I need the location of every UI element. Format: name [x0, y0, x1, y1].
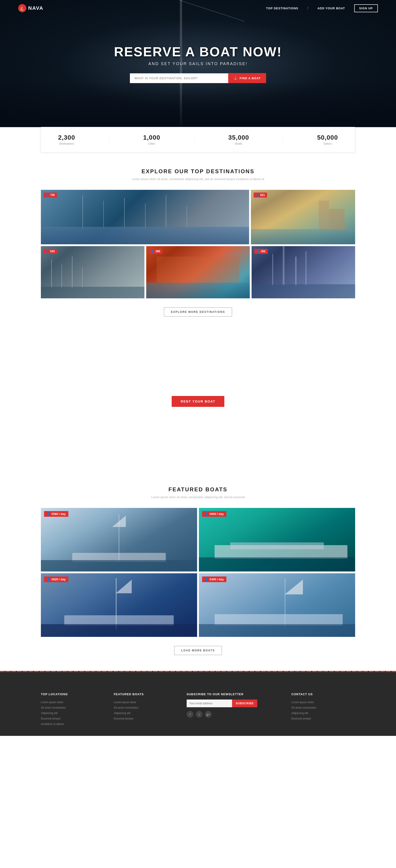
footer-loc-4[interactable]: Eiusmod tempor: [41, 716, 105, 721]
social-facebook-icon[interactable]: f: [187, 711, 193, 718]
boat-item-2[interactable]: 👤 €950 / day: [199, 508, 355, 571]
stat-sailors: 50,000 Sailors: [317, 134, 338, 145]
footer-newsletter-form: SUBSCRIBE: [187, 700, 282, 707]
stat-label-sailors: Sailors: [317, 142, 338, 145]
boat-item-4[interactable]: 👤 €400 / day: [199, 573, 355, 637]
destination-item-2[interactable]: 👤 621: [251, 190, 355, 244]
footer-contact-1: Lorem ipsum dolor: [291, 700, 355, 705]
boat-price-2: €950 / day: [210, 512, 224, 516]
stat-number-sailors: 50,000: [317, 134, 338, 141]
stat-divider-3: [283, 135, 283, 144]
explore-header: EXPLORE OUR TOP DESTINATIONS Lorem ipsum…: [41, 168, 355, 181]
footer-top-locations-title: TOP LOCATIONS: [41, 692, 105, 696]
footer-contact-2: Sit amet consectetur: [291, 705, 355, 710]
footer-boat-4[interactable]: Eiusmod tempor: [114, 716, 178, 721]
destination-item-3[interactable]: 👤 543: [41, 246, 144, 298]
boat-people-icon-1: 👤: [47, 512, 51, 516]
subscribe-button[interactable]: SUBSCRIBE: [232, 700, 257, 707]
dest-badge-5: 👤 402: [254, 249, 268, 254]
destinations-row-1: 👤 730 👤 621: [41, 190, 355, 244]
hero-content: RESERVE A BOAT NOW! AND SET YOUR SAILS I…: [114, 44, 282, 83]
footer-featured-boats: FEATURED BOATS Lorem ipsum dolor Sit ame…: [114, 692, 178, 727]
footer-boat-2[interactable]: Sit amet consectetur: [114, 705, 178, 710]
social-gplus-icon[interactable]: g+: [205, 711, 212, 718]
footer-boat-1[interactable]: Lorem ipsum dolor: [114, 700, 178, 705]
newsletter-email-input[interactable]: [187, 700, 232, 707]
boat-price-4: €400 / day: [210, 578, 224, 581]
footer-grid: TOP LOCATIONS Lorem ipsum dolor Sit amet…: [41, 683, 355, 727]
find-boat-button[interactable]: ⚓ FIND A BOAT: [228, 73, 266, 83]
load-more-wrap: LOAD MORE BOATS: [41, 646, 355, 655]
navigation: ⛵ NAVA TOP DESTINATIONS / ADD YOUR BOAT …: [0, 0, 396, 17]
dest-badge-1: 👤 730: [43, 192, 57, 197]
boats-grid: 👤 €580 / day 👤 €950 / day 👤 €620 / day: [41, 508, 355, 637]
boat-badge-3: 👤 €620 / day: [44, 577, 68, 582]
footer-boat-3[interactable]: Adipiscing elit: [114, 710, 178, 716]
featured-section: FEATURED BOATS Lorem ipsum dolor sit ame…: [0, 470, 396, 671]
boat-people-icon-3: 👤: [47, 578, 51, 581]
boat-item-1[interactable]: 👤 €580 / day: [41, 508, 197, 571]
dest-count-4: 495: [156, 250, 160, 253]
people-icon-5: 👤: [256, 250, 260, 253]
dest-count-2: 621: [260, 193, 265, 197]
footer-top-locations: TOP LOCATIONS Lorem ipsum dolor Sit amet…: [41, 692, 105, 727]
footer-loc-3[interactable]: Adipiscing elit: [41, 710, 105, 716]
nav-add-boat[interactable]: ADD YOUR BOAT: [317, 7, 345, 10]
footer-contact-3: Adipiscing elit: [291, 710, 355, 716]
stats-bar: 2,300 Destinations 1,000 Cities 35,000 B…: [41, 127, 355, 152]
footer-contact-4: Eiusmod tempor: [291, 716, 355, 721]
dest-count-3: 543: [50, 250, 55, 253]
rent-boat-button[interactable]: RENT YOUR BOAT: [172, 396, 224, 407]
nav-divider-1: /: [307, 6, 308, 10]
people-icon-3: 👤: [46, 250, 49, 253]
destination-item-1[interactable]: 👤 730: [41, 190, 249, 244]
stat-label-boats: Boats: [228, 142, 249, 145]
destination-item-4[interactable]: 👤 495: [146, 246, 250, 298]
boat-people-icon-2: 👤: [205, 512, 208, 516]
explore-title: EXPLORE OUR TOP DESTINATIONS: [41, 168, 355, 175]
stat-destinations: 2,300 Destinations: [58, 134, 75, 145]
featured-title: FEATURED BOATS: [41, 486, 355, 493]
hero-search-bar: ⚓ FIND A BOAT: [130, 73, 266, 83]
stat-divider-2: [194, 135, 194, 144]
footer-loc-2[interactable]: Sit amet consectetur: [41, 705, 105, 710]
social-twitter-icon[interactable]: t: [196, 711, 203, 718]
logo-icon: ⛵: [18, 4, 26, 12]
rent-section: RENT YOUR BOAT: [0, 332, 396, 470]
hero-title: RESERVE A BOAT NOW!: [114, 44, 282, 59]
people-icon-2: 👤: [256, 194, 259, 197]
featured-desc: Lorem ipsum dolor sit amet, consectetur …: [130, 495, 266, 499]
footer-loc-5[interactable]: Incididunt ut labore: [41, 721, 105, 727]
explore-more-button[interactable]: EXPLORE MORE DESTINATIONS: [164, 307, 232, 316]
stat-divider-1: [109, 135, 109, 144]
dest-badge-4: 👤 495: [149, 249, 162, 254]
boat-badge-4: 👤 €400 / day: [202, 577, 226, 582]
boat-people-icon-4: 👤: [205, 578, 208, 581]
hero-dark-overlay: [0, 82, 396, 127]
explore-section: EXPLORE OUR TOP DESTINATIONS Lorem ipsum…: [0, 152, 396, 332]
search-input[interactable]: [130, 73, 228, 83]
footer-social: f t g+: [187, 711, 282, 718]
boat-badge-2: 👤 €950 / day: [202, 511, 226, 517]
destination-item-5[interactable]: 👤 402: [252, 246, 355, 298]
dest-badge-3: 👤 543: [43, 249, 57, 254]
signup-button[interactable]: SIGN UP: [354, 4, 378, 12]
stat-cities: 1,000 Cities: [143, 134, 160, 145]
boat-item-3[interactable]: 👤 €620 / day: [41, 573, 197, 637]
stat-number-destinations: 2,300: [58, 134, 75, 141]
anchor-icon: ⚓: [234, 76, 238, 80]
destinations-row-2: 👤 543 👤 495 👤 402: [41, 246, 355, 298]
load-more-button[interactable]: LOAD MORE BOATS: [174, 646, 222, 655]
logo[interactable]: ⛵ NAVA: [18, 4, 43, 12]
nav-top-destinations[interactable]: TOP DESTINATIONS: [266, 7, 298, 10]
footer-contact: CONTACT US Lorem ipsum dolor Sit amet co…: [291, 692, 355, 727]
boat-badge-1: 👤 €580 / day: [44, 511, 68, 517]
stat-label-destinations: Destinations: [58, 142, 75, 145]
footer-contact-title: CONTACT US: [291, 692, 355, 696]
stat-boats: 35,000 Boats: [228, 134, 249, 145]
footer-loc-1[interactable]: Lorem ipsum dolor: [41, 700, 105, 705]
footer-newsletter: SUBSCRIBE TO OUR NEWSLETTER SUBSCRIBE f …: [187, 692, 282, 727]
footer-featured-boats-title: FEATURED BOATS: [114, 692, 178, 696]
featured-header: FEATURED BOATS Lorem ipsum dolor sit ame…: [41, 486, 355, 499]
stat-number-cities: 1,000: [143, 134, 160, 141]
